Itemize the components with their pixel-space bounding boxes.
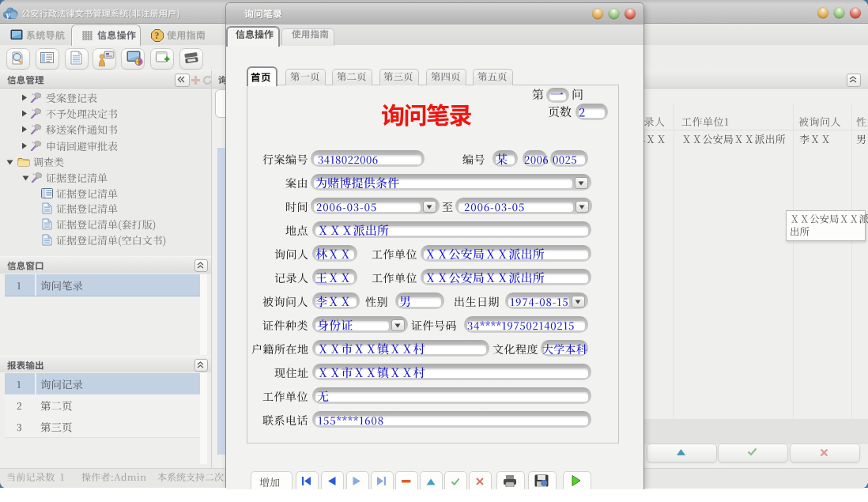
svg-text:?: ? <box>155 31 160 40</box>
svg-text:y: y <box>5 9 11 21</box>
